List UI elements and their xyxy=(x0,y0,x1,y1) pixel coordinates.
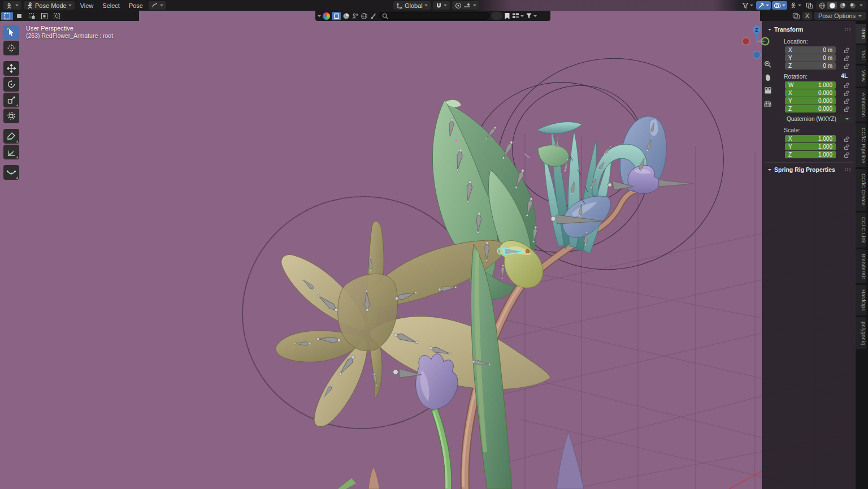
lock-open-icon[interactable] xyxy=(843,47,850,54)
asset-type-brush-icon[interactable] xyxy=(370,12,377,20)
lock-open-icon[interactable] xyxy=(843,82,850,89)
lock-open-icon[interactable] xyxy=(843,63,850,70)
rotation-x-field[interactable]: X0.000 xyxy=(785,89,836,97)
tool-select-box[interactable] xyxy=(3,25,19,40)
scale-x-field[interactable]: X1.000 xyxy=(785,135,836,142)
panel-grip-icon[interactable] xyxy=(844,168,851,171)
xray-figure-icon xyxy=(790,2,797,9)
pose-options-dropdown[interactable]: Pose Options xyxy=(814,12,866,20)
shading-solid-button[interactable] xyxy=(827,2,837,9)
tab-animation[interactable]: Animation xyxy=(856,88,866,122)
asset-type-model-button[interactable] xyxy=(332,12,341,20)
spring-rig-panel-header[interactable]: Spring Rig Properties xyxy=(762,164,856,175)
grid-ortho-button[interactable] xyxy=(762,97,774,109)
toggle-xray-button[interactable] xyxy=(804,1,815,10)
object-visibility-dropdown[interactable] xyxy=(740,1,755,10)
zoom-button[interactable] xyxy=(762,58,774,70)
mode-select-dropdown[interactable]: Pose Mode xyxy=(24,1,75,10)
filter-dropdown[interactable] xyxy=(526,12,537,19)
show-gizmo-toggle[interactable] xyxy=(756,1,771,10)
menu-pose[interactable]: Pose xyxy=(124,2,147,9)
panel-grip-icon[interactable] xyxy=(844,28,851,31)
tool-transform[interactable] xyxy=(3,109,19,123)
scale-z-field[interactable]: Z1.000 xyxy=(785,151,836,158)
scale-z-row: Z1.000 xyxy=(785,151,856,158)
location-x-field[interactable]: X0 m xyxy=(785,46,836,54)
interpolation-dropdown[interactable] xyxy=(149,1,166,10)
rotation-w-field[interactable]: W1.000 xyxy=(785,81,836,89)
tab-tool[interactable]: Tool xyxy=(856,45,866,64)
tool-cursor[interactable] xyxy=(3,41,19,55)
gizmo-y-axis[interactable] xyxy=(762,38,769,45)
select-mode-invert[interactable] xyxy=(51,12,63,20)
bookmark-icon[interactable] xyxy=(504,12,510,20)
viewport-3d-scene[interactable] xyxy=(0,0,868,489)
asset-view-dropdown[interactable] xyxy=(512,12,524,19)
scale-y-field[interactable]: Y1.000 xyxy=(785,143,836,150)
viewport-header: Pose Mode View Select Pose Global xyxy=(0,0,868,11)
lock-open-icon[interactable] xyxy=(843,90,850,97)
location-y-field[interactable]: Y0 m xyxy=(785,54,836,62)
tool-rotate[interactable] xyxy=(3,77,19,92)
lock-open-icon[interactable] xyxy=(843,98,850,105)
tab-ccic-pipeline[interactable]: CC/iC Pipeline xyxy=(856,123,866,168)
tab-ccic-link[interactable]: CC/iC Link xyxy=(856,213,866,248)
rotation-z-row: Z0.000 xyxy=(785,105,856,112)
scale-label: Scale: xyxy=(762,124,856,135)
tool-move[interactable] xyxy=(3,61,19,76)
lock-open-icon[interactable] xyxy=(843,106,850,112)
tab-polygoniq[interactable]: polygoniq xyxy=(856,317,866,349)
tab-view[interactable]: View xyxy=(856,66,866,86)
interpolation-icon xyxy=(151,2,158,8)
mirror-x-toggle[interactable]: X xyxy=(802,12,812,20)
select-mode-box[interactable] xyxy=(14,12,25,20)
proportional-edit-group[interactable] xyxy=(452,1,479,10)
select-mode-subtract[interactable] xyxy=(38,12,50,20)
tool-scale[interactable] xyxy=(3,93,19,107)
location-z-field[interactable]: Z0 m xyxy=(785,62,836,70)
asset-type-material-icon[interactable] xyxy=(342,12,350,20)
select-mode-tweak[interactable] xyxy=(1,12,13,20)
blenderkit-pill-button[interactable] xyxy=(491,12,502,20)
tab-item[interactable]: Item xyxy=(856,24,866,44)
rotation-y-field[interactable]: Y0.000 xyxy=(785,97,836,105)
shading-material-button[interactable] xyxy=(837,2,847,9)
shading-wireframe-button[interactable] xyxy=(817,2,827,9)
overlap-option-icon[interactable] xyxy=(792,12,800,20)
shading-rendered-button[interactable] xyxy=(848,2,857,9)
asset-type-hdr-icon[interactable] xyxy=(361,12,368,20)
lock-open-icon[interactable] xyxy=(843,55,850,62)
tool-pose-breakdowner[interactable] xyxy=(3,165,19,180)
transform-panel-header[interactable]: Transform xyxy=(762,24,856,35)
shading-dropdown[interactable] xyxy=(860,5,863,6)
gizmo-z-neg-axis[interactable] xyxy=(753,51,761,59)
snap-magnet-icon xyxy=(436,2,442,9)
show-overlays-toggle[interactable] xyxy=(772,1,787,10)
editor-type-button[interactable] xyxy=(3,1,21,10)
blenderkit-toolbar xyxy=(315,11,550,21)
menu-select[interactable]: Select xyxy=(98,2,124,9)
tool-annotate[interactable] xyxy=(3,129,19,144)
lock-open-icon[interactable] xyxy=(843,136,850,142)
rotation-z-field[interactable]: Z0.000 xyxy=(785,105,836,112)
tool-measure[interactable] xyxy=(3,145,19,159)
rotation-mode-dropdown[interactable]: Quaternion (WXYZ) xyxy=(783,115,853,123)
pose-xray-dropdown[interactable] xyxy=(788,1,803,10)
camera-view-button[interactable] xyxy=(762,84,774,96)
asset-type-scene-icon[interactable] xyxy=(351,12,359,20)
tab-hardops[interactable]: HardOps xyxy=(856,285,866,315)
lock-open-icon[interactable] xyxy=(843,152,850,158)
blenderkit-search-input[interactable] xyxy=(379,12,489,20)
lock-open-icon[interactable] xyxy=(843,144,850,150)
orientation-label: Global xyxy=(405,2,423,9)
gizmo-x-axis[interactable] xyxy=(743,38,750,45)
snap-dropdown[interactable] xyxy=(433,1,450,10)
pan-hand-button[interactable] xyxy=(762,71,774,83)
blenderkit-collapse-chevron[interactable] xyxy=(318,15,321,17)
transform-orientation-dropdown[interactable]: Global xyxy=(393,1,431,10)
menu-view[interactable]: View xyxy=(76,2,98,9)
select-mode-extend[interactable] xyxy=(26,12,38,20)
navigation-gizmo[interactable]: Z xyxy=(740,23,774,62)
tab-ccic-create[interactable]: CC/iC Create xyxy=(856,169,866,210)
tab-blenderkit[interactable]: BlenderKit xyxy=(856,249,866,284)
